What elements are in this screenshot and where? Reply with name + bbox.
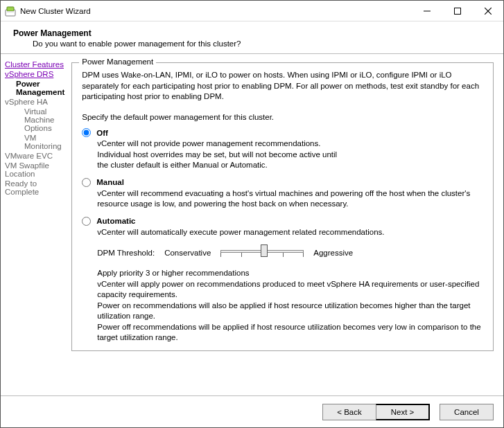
specify-text: Specify the default power management for… <box>82 112 483 123</box>
svg-rect-2 <box>7 11 14 12</box>
threshold-right: Aggressive <box>313 249 353 257</box>
apply-text: Apply priority 3 or higher recommendatio… <box>97 268 483 344</box>
close-button[interactable] <box>473 1 503 21</box>
cancel-button[interactable]: Cancel <box>440 404 494 420</box>
group-legend: Power Management <box>79 57 156 66</box>
option-automatic: Automatic vCenter will automatically exe… <box>82 217 483 238</box>
desc-manual: vCenter will recommend evacuating a host… <box>97 188 483 210</box>
wizard-header: Power Management Do you want to enable p… <box>1 21 503 53</box>
step-vsphere-drs[interactable]: vSphere DRS <box>5 69 64 79</box>
wizard-steps-sidebar: Cluster Features vSphere DRS Power Manag… <box>1 54 64 395</box>
desc-off: vCenter will not provide power managemen… <box>97 139 483 171</box>
radio-off[interactable] <box>82 128 91 137</box>
step-ready-complete: Ready to Complete <box>5 179 64 197</box>
wizard-footer: < Back Next > Cancel <box>1 395 503 427</box>
slider-thumb[interactable] <box>261 244 268 257</box>
desc-automatic: vCenter will automatically execute power… <box>97 227 483 238</box>
step-vsphere-ha: vSphere HA <box>5 97 64 107</box>
wizard-content: Power Management DPM uses Wake-on-LAN, I… <box>64 54 503 395</box>
label-automatic: Automatic <box>96 217 135 225</box>
svg-rect-4 <box>455 8 461 14</box>
window-title: New Cluster Wizard <box>20 7 91 15</box>
page-title: Power Management <box>13 28 496 38</box>
step-power-management: Power Management <box>5 79 64 97</box>
threshold-label: DPM Threshold: <box>97 249 155 257</box>
dpm-threshold-row: DPM Threshold: Conservative Aggressive <box>97 244 483 261</box>
titlebar: New Cluster Wizard <box>1 1 503 21</box>
svg-rect-1 <box>7 7 14 11</box>
label-off: Off <box>96 129 108 137</box>
minimize-button[interactable] <box>412 1 442 21</box>
radio-automatic[interactable] <box>82 217 91 226</box>
maximize-button[interactable] <box>442 1 473 21</box>
app-icon <box>5 6 16 17</box>
option-manual: Manual vCenter will recommend evacuating… <box>82 178 483 210</box>
step-vm-options: Virtual Machine Options <box>5 107 64 133</box>
intro-text: DPM uses Wake-on-LAN, IPMI, or iLO to po… <box>82 70 483 102</box>
label-manual: Manual <box>96 178 124 186</box>
radio-manual[interactable] <box>82 178 91 187</box>
wizard-window: New Cluster Wizard Power Management Do y… <box>0 0 504 428</box>
step-cluster-features[interactable]: Cluster Features <box>5 60 64 69</box>
option-off: Off vCenter will not provide power manag… <box>82 128 483 171</box>
dpm-threshold-slider[interactable] <box>220 244 304 261</box>
back-button[interactable]: < Back <box>322 404 376 420</box>
next-button[interactable]: Next > <box>376 404 430 420</box>
step-vm-swapfile: VM Swapfile Location <box>5 161 64 179</box>
step-vm-monitoring: VM Monitoring <box>5 133 64 151</box>
page-subtitle: Do you want to enable power management f… <box>13 39 496 48</box>
threshold-left: Conservative <box>164 249 211 257</box>
power-management-group: Power Management DPM uses Wake-on-LAN, I… <box>71 62 494 351</box>
step-vmware-evc: VMware EVC <box>5 151 64 161</box>
